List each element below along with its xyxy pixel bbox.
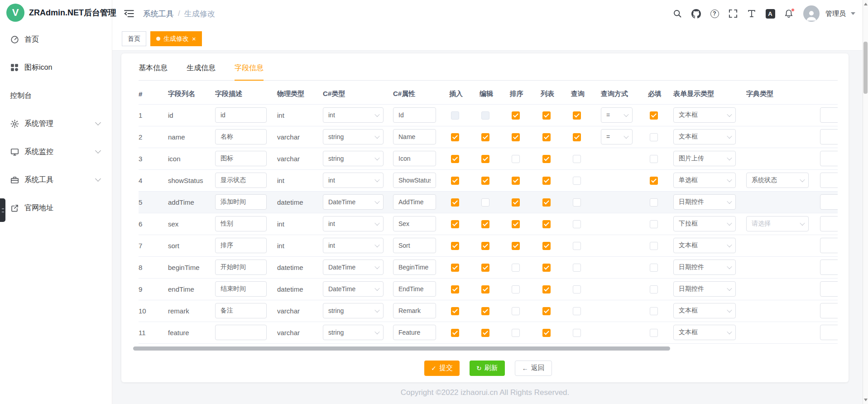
required-checkbox[interactable] — [650, 133, 658, 141]
query-checkbox[interactable] — [573, 133, 581, 141]
csharp-type-select[interactable]: DateTime — [323, 281, 384, 297]
required-checkbox[interactable] — [650, 198, 658, 207]
description-input[interactable] — [215, 260, 267, 275]
insert-checkbox[interactable] — [451, 285, 459, 293]
csharp-property-input[interactable] — [393, 194, 436, 210]
sort-checkbox[interactable] — [512, 264, 520, 272]
extra-input[interactable] — [820, 173, 838, 188]
sort-checkbox[interactable] — [512, 242, 520, 250]
required-checkbox[interactable] — [650, 307, 658, 315]
description-input[interactable] — [215, 303, 267, 318]
edit-checkbox[interactable] — [481, 264, 489, 272]
sidebar-item-system-monitor[interactable]: 系统监控 — [0, 138, 112, 166]
csharp-property-input[interactable] — [393, 151, 436, 166]
dict-type-select[interactable]: 系统状态 — [746, 173, 809, 188]
csharp-type-select[interactable]: DateTime — [323, 194, 384, 210]
form-type-select[interactable]: 日期控件 — [673, 260, 736, 275]
edit-checkbox[interactable] — [481, 220, 489, 228]
form-type-select[interactable]: 文本框 — [673, 129, 736, 144]
scroll-up-arrow-icon[interactable] — [863, 1, 868, 7]
csharp-type-select[interactable]: int — [323, 238, 384, 253]
avatar[interactable] — [803, 5, 820, 22]
form-type-select[interactable]: 日期控件 — [673, 194, 736, 210]
required-checkbox[interactable] — [650, 242, 658, 250]
description-input[interactable] — [215, 325, 267, 340]
extra-input[interactable] — [820, 151, 838, 166]
sidebar-item-icons[interactable]: 图标icon — [0, 53, 112, 82]
edit-checkbox[interactable] — [481, 329, 489, 337]
sidebar-item-console[interactable]: 控制台 — [0, 82, 112, 110]
sort-checkbox[interactable] — [512, 220, 520, 228]
github-icon[interactable] — [691, 9, 701, 19]
edit-checkbox[interactable] — [481, 155, 489, 163]
insert-checkbox[interactable] — [451, 133, 459, 141]
user-name[interactable]: 管理员 — [825, 10, 846, 18]
list-checkbox[interactable] — [542, 329, 551, 337]
fullscreen-icon[interactable] — [728, 9, 738, 19]
query-type-select[interactable]: = — [601, 107, 633, 123]
query-checkbox[interactable] — [573, 220, 581, 228]
vertical-scrollbar-thumb[interactable] — [863, 42, 868, 94]
insert-checkbox[interactable] — [451, 220, 459, 228]
list-checkbox[interactable] — [542, 198, 551, 207]
edit-checkbox[interactable] — [481, 242, 489, 250]
extra-input[interactable] — [820, 238, 838, 253]
query-checkbox[interactable] — [573, 264, 581, 272]
sidebar-collapse-icon[interactable] — [124, 9, 134, 18]
tag-generate-edit[interactable]: 生成修改 × — [150, 31, 202, 46]
insert-checkbox[interactable] — [451, 242, 459, 250]
tab-generate-info[interactable]: 生成信息 — [187, 63, 216, 81]
required-checkbox[interactable] — [650, 329, 658, 337]
dict-type-select[interactable]: 请选择 — [746, 216, 809, 231]
edit-checkbox[interactable] — [481, 133, 489, 141]
csharp-property-input[interactable] — [393, 325, 436, 340]
close-icon[interactable]: × — [192, 35, 196, 42]
list-checkbox[interactable] — [542, 220, 551, 228]
font-size-icon[interactable] — [747, 9, 757, 19]
csharp-property-input[interactable] — [393, 129, 436, 144]
insert-checkbox[interactable] — [451, 198, 459, 207]
vertical-scrollbar[interactable] — [863, 0, 868, 404]
csharp-property-input[interactable] — [393, 281, 436, 297]
csharp-type-select[interactable]: DateTime — [323, 260, 384, 275]
description-input[interactable] — [215, 281, 267, 297]
back-button[interactable]: ← 返回 — [515, 361, 552, 376]
sort-checkbox[interactable] — [512, 198, 520, 207]
sort-checkbox[interactable] — [512, 111, 520, 120]
form-type-select[interactable]: 单选框 — [673, 173, 736, 188]
list-checkbox[interactable] — [542, 264, 551, 272]
query-type-select[interactable]: = — [601, 129, 633, 144]
sort-checkbox[interactable] — [512, 155, 520, 163]
submit-button[interactable]: ✓ 提交 — [424, 361, 460, 376]
csharp-type-select[interactable]: string — [323, 151, 384, 166]
app-logo[interactable]: V ZRAdmin.NET后台管理 — [0, 0, 112, 25]
query-checkbox[interactable] — [573, 242, 581, 250]
csharp-property-input[interactable] — [393, 216, 436, 231]
query-checkbox[interactable] — [573, 177, 581, 185]
csharp-type-select[interactable]: int — [323, 216, 384, 231]
tag-home[interactable]: 首页 — [122, 31, 146, 46]
csharp-property-input[interactable] — [393, 238, 436, 253]
extra-input[interactable] — [820, 325, 838, 340]
extra-input[interactable] — [820, 107, 838, 123]
csharp-type-select[interactable]: string — [323, 129, 384, 144]
csharp-property-input[interactable] — [393, 173, 436, 188]
edit-checkbox[interactable] — [481, 177, 489, 185]
list-checkbox[interactable] — [542, 155, 551, 163]
edit-checkbox[interactable] — [481, 285, 489, 293]
extra-input[interactable] — [820, 194, 838, 210]
help-icon[interactable]: ? — [710, 9, 719, 19]
required-checkbox[interactable] — [650, 264, 658, 272]
query-checkbox[interactable] — [573, 155, 581, 163]
edit-checkbox[interactable] — [481, 198, 489, 207]
sort-checkbox[interactable] — [512, 307, 520, 315]
tab-basic-info[interactable]: 基本信息 — [139, 63, 168, 81]
list-checkbox[interactable] — [542, 285, 551, 293]
form-type-select[interactable]: 文本框 — [673, 107, 736, 123]
description-input[interactable] — [215, 129, 267, 144]
insert-checkbox[interactable] — [451, 307, 459, 315]
form-type-select[interactable]: 图片上传 — [673, 151, 736, 166]
list-checkbox[interactable] — [542, 177, 551, 185]
description-input[interactable] — [215, 151, 267, 166]
tab-field-info[interactable]: 字段信息 — [235, 63, 264, 81]
